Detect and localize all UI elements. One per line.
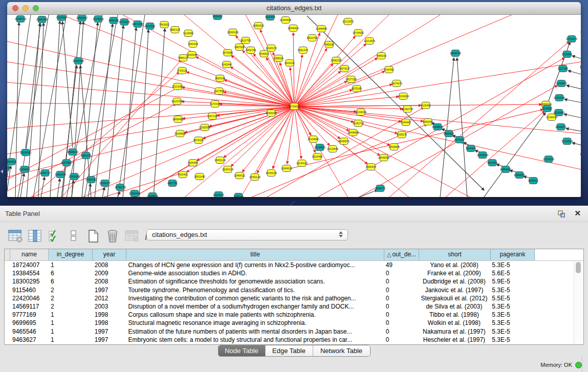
column-header-name[interactable]: name bbox=[10, 249, 49, 260]
new-column-icon[interactable] bbox=[85, 228, 101, 244]
graph-node[interactable]: 15134545 bbox=[308, 136, 319, 143]
graph-node[interactable]: 12444194 bbox=[554, 95, 565, 101]
graph-node[interactable]: 13220170 bbox=[266, 45, 277, 52]
graph-node[interactable]: 6961375 bbox=[298, 47, 308, 54]
cell-in_degree[interactable]: 6 bbox=[49, 277, 93, 286]
graph-node[interactable]: 12484110 bbox=[281, 165, 292, 172]
graph-node[interactable]: 9242844 bbox=[222, 61, 232, 68]
graph-node[interactable]: 17957253 bbox=[85, 177, 97, 183]
graph-node[interactable]: 8878334 bbox=[193, 137, 204, 144]
cell-short[interactable]: Yano et al. (2008) bbox=[419, 261, 490, 269]
table-row[interactable]: 977716911998Corpus callosum shape and si… bbox=[5, 311, 574, 319]
graph-node[interactable]: 2675685 bbox=[223, 50, 233, 56]
graph-node[interactable]: 8996505 bbox=[366, 164, 376, 170]
graph-node[interactable]: 11451944 bbox=[55, 171, 66, 178]
graph-node[interactable]: 16074270 bbox=[391, 80, 402, 87]
cell-out_degree[interactable]: 0 bbox=[384, 327, 419, 336]
tab-node-table[interactable]: Node Table bbox=[219, 345, 266, 356]
graph-node[interactable]: 12213974 bbox=[364, 38, 375, 45]
cell-out_degree[interactable]: 0 bbox=[384, 319, 419, 327]
graph-node[interactable]: 16911440 bbox=[194, 173, 205, 180]
graph-node[interactable]: 20691406 bbox=[36, 16, 48, 23]
cell-pagerank[interactable]: 5.3E-5 bbox=[490, 327, 534, 336]
graph-node[interactable]: 15278021 bbox=[93, 16, 104, 23]
cell-in_degree[interactable]: 1 bbox=[49, 311, 93, 319]
graph-node[interactable]: 10964552 bbox=[514, 172, 525, 179]
graph-node[interactable]: 19734930 bbox=[353, 30, 364, 36]
cell-short[interactable]: Stergiakouli et al. (2012) bbox=[419, 294, 490, 302]
graph-node[interactable]: 9115460 bbox=[421, 102, 430, 109]
cell-short[interactable]: Dudbridge et al. (2008) bbox=[419, 277, 490, 286]
cell-name[interactable]: 22420046 bbox=[10, 294, 49, 302]
graph-node[interactable]: 9227343 bbox=[558, 65, 568, 72]
cell-short[interactable]: Jankovic et al. (1997) bbox=[419, 286, 490, 294]
graph-node[interactable]: 12213970 bbox=[342, 18, 354, 25]
graph-node[interactable]: 12213383 bbox=[172, 83, 183, 90]
column-header-in_degree[interactable]: in_degree bbox=[49, 249, 93, 260]
show-columns-icon[interactable] bbox=[27, 228, 42, 244]
graph-node[interactable]: 9272044 bbox=[580, 64, 581, 71]
cell-title[interactable]: Disruption of a novel member of a sodium… bbox=[126, 302, 384, 311]
cell-pagerank[interactable]: 5.9E-5 bbox=[490, 277, 534, 286]
cell-short[interactable]: Tibbo et al. (1998) bbox=[419, 311, 490, 319]
memory-ok-indicator-icon[interactable] bbox=[575, 362, 582, 368]
graph-node[interactable]: 16154110 bbox=[296, 160, 308, 167]
graph-node[interactable]: 16782753 bbox=[115, 184, 126, 191]
cell-out_degree[interactable]: 49 bbox=[384, 261, 419, 269]
graph-node[interactable]: 12505185 bbox=[69, 173, 80, 180]
cell-year[interactable]: 1998 bbox=[93, 311, 126, 319]
table-row[interactable]: 946362711997Embryonic stem cells: a mode… bbox=[5, 336, 574, 344]
graph-node[interactable]: 16154124 bbox=[266, 170, 277, 177]
delete-table-icon[interactable] bbox=[124, 228, 140, 244]
table-row[interactable]: 911546021997Tourette syndrome. Phenomeno… bbox=[5, 286, 574, 294]
graph-node[interactable]: 16648794 bbox=[450, 50, 461, 57]
graph-node[interactable]: 9694570 bbox=[375, 185, 385, 192]
cell-in_degree[interactable]: 1 bbox=[49, 261, 93, 269]
graph-node[interactable]: 21053346 bbox=[73, 58, 84, 64]
cell-in_degree[interactable]: 1 bbox=[49, 336, 93, 344]
cell-in_degree[interactable]: 1 bbox=[49, 327, 93, 336]
graph-node[interactable]: 7485033 bbox=[376, 53, 386, 59]
graph-node[interactable]: 9699695 bbox=[423, 119, 433, 125]
cell-year[interactable]: 1998 bbox=[93, 319, 126, 327]
cell-short[interactable]: Hescheler et al. (1997) bbox=[419, 336, 490, 344]
network-window[interactable]: citations_edges.txt 18724007183002959115… bbox=[7, 2, 581, 197]
row-height-icon[interactable] bbox=[66, 228, 81, 244]
graph-node[interactable]: 8454749 bbox=[246, 47, 256, 54]
table-vertical-scrollbar[interactable] bbox=[574, 261, 582, 344]
cell-name[interactable]: 9465546 bbox=[10, 327, 49, 336]
graph-node[interactable]: 9810644 bbox=[487, 160, 497, 166]
cell-out_degree[interactable]: 0 bbox=[384, 336, 419, 344]
graph-node[interactable]: 18300295 bbox=[266, 110, 277, 117]
graph-node[interactable]: 12210335 bbox=[543, 156, 554, 163]
graph-node[interactable]: 16162714 bbox=[353, 120, 364, 127]
cell-short[interactable]: Wolkin et al. (1998) bbox=[419, 319, 490, 327]
cell-pagerank[interactable]: 5.5E-5 bbox=[490, 294, 534, 302]
cell-title[interactable]: Embryonic stem cells: a model to study s… bbox=[126, 336, 384, 344]
graph-node[interactable]: 7625402 bbox=[178, 171, 188, 178]
table-row[interactable]: 1456911722003Disruption of a novel membe… bbox=[5, 302, 574, 311]
graph-node[interactable]: 2803144 bbox=[215, 75, 225, 82]
graph-node[interactable]: 12093872 bbox=[556, 80, 567, 87]
delete-column-icon[interactable] bbox=[105, 228, 120, 244]
cell-name[interactable]: 9463627 bbox=[10, 336, 49, 344]
graph-node[interactable]: 10964542 bbox=[500, 166, 511, 173]
graph-node[interactable]: 15134560 bbox=[314, 144, 325, 151]
cell-year[interactable]: 2012 bbox=[93, 294, 126, 302]
graph-node[interactable]: 22600180 bbox=[227, 29, 238, 36]
graph-node[interactable]: 2967608 bbox=[234, 44, 245, 51]
graph-node[interactable]: 8575165 bbox=[352, 85, 362, 92]
graph-node[interactable]: 16640910 bbox=[288, 25, 299, 32]
graph-node[interactable]: 9474444 bbox=[466, 145, 476, 152]
graph-node[interactable]: 1588520 bbox=[273, 55, 284, 62]
panel-collapse-arrow-icon[interactable] bbox=[1, 169, 3, 173]
graph-node[interactable]: 9199201 bbox=[580, 29, 581, 36]
graph-node[interactable]: 19613790 bbox=[307, 35, 318, 41]
graph-node[interactable]: 9939484 bbox=[188, 160, 198, 166]
graph-node[interactable]: 3427552 bbox=[214, 88, 224, 95]
graph-node[interactable]: 18107554 bbox=[171, 98, 183, 105]
graph-node[interactable]: 15751074 bbox=[566, 36, 577, 42]
graph-node[interactable]: 15134546 bbox=[327, 146, 338, 152]
graph-node[interactable]: 9245012 bbox=[528, 178, 538, 184]
table-row[interactable]: 946554611997Estimation of the future num… bbox=[5, 327, 574, 336]
